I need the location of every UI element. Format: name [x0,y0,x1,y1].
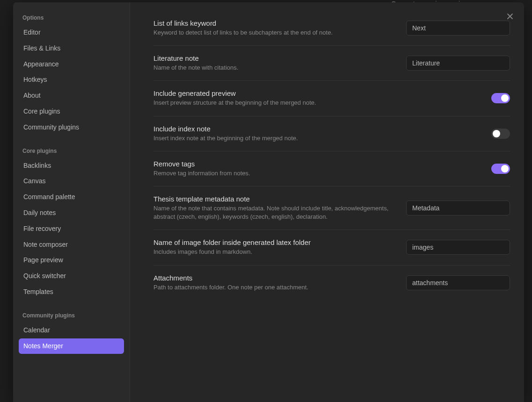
setting-title: Include generated preview [153,89,482,97]
sidebar-item-files-links[interactable]: Files & Links [19,41,124,57]
setting-title: Thesis template metadata note [153,195,397,203]
sidebar-item-calendar[interactable]: Calendar [19,323,124,338]
setting-desc: Includes images found in markdown. [153,248,397,256]
setting-desc: Name of the note with citations. [153,64,397,72]
setting-title: Attachments [153,274,397,282]
setting-attachments: Attachments Path to attachments folder. … [153,266,510,300]
setting-remove-tags: Remove tags Remove tag information from … [153,151,510,187]
include-generated-preview-toggle[interactable] [491,93,510,103]
sidebar-item-notes-merger[interactable]: Notes Merger [19,338,124,354]
sidebar-item-daily-notes[interactable]: Daily notes [19,205,124,221]
sidebar-item-about[interactable]: About [19,88,124,104]
setting-title: Literature note [153,54,397,62]
setting-image-folder-name: Name of image folder inside generated la… [153,230,510,265]
setting-title: Name of image folder inside generated la… [153,238,397,246]
setting-desc: Name of the note that contains metadata.… [153,204,397,221]
setting-literature-note: Literature note Name of the note with ci… [153,46,510,81]
sidebar-item-editor[interactable]: Editor [19,25,124,41]
attachments-input[interactable] [406,275,510,290]
setting-thesis-metadata-note: Thesis template metadata note Name of th… [153,187,510,230]
thesis-metadata-input[interactable] [406,201,510,215]
settings-content: List of links keyword Keyword to detect … [130,2,524,402]
close-button[interactable] [504,11,516,22]
include-index-note-toggle[interactable] [491,129,510,139]
settings-sidebar: Options Editor Files & Links Appearance … [13,2,130,402]
toggle-knob [493,130,500,137]
setting-title: List of links keyword [153,19,397,27]
sidebar-item-hotkeys[interactable]: Hotkeys [19,72,124,88]
sidebar-item-community-plugins[interactable]: Community plugins [19,120,124,136]
image-folder-input[interactable] [406,240,510,255]
sidebar-item-backlinks[interactable]: Backlinks [19,158,124,174]
setting-list-links-keyword: List of links keyword Keyword to detect … [153,11,510,46]
sidebar-item-appearance[interactable]: Appearance [19,57,124,72]
setting-title: Remove tags [153,160,482,168]
setting-desc: Path to attachments folder. One note per… [153,283,397,292]
list-links-keyword-input[interactable] [406,21,510,36]
sidebar-section-options: Options [19,11,124,25]
literature-note-input[interactable] [406,56,510,71]
sidebar-section-core-plugins: Core plugins [19,144,124,158]
setting-desc: Insert preview structure at the beginnin… [153,99,482,107]
toggle-knob [501,165,509,172]
sidebar-item-core-plugins[interactable]: Core plugins [19,104,124,120]
setting-include-generated-preview: Include generated preview Insert preview… [153,81,510,116]
sidebar-item-note-composer[interactable]: Note composer [19,237,124,253]
sidebar-item-page-preview[interactable]: Page preview [19,252,124,268]
setting-desc: Keyword to detect list of links to be su… [153,29,397,37]
sidebar-item-command-palette[interactable]: Command palette [19,189,124,205]
sidebar-item-file-recovery[interactable]: File recovery [19,221,124,237]
close-icon [506,13,514,20]
setting-desc: Insert index note at the beginning of th… [153,134,482,143]
settings-modal: Options Editor Files & Links Appearance … [13,2,524,402]
sidebar-item-canvas[interactable]: Canvas [19,173,124,189]
setting-title: Include index note [153,125,482,133]
setting-desc: Remove tag information from notes. [153,169,482,178]
sidebar-section-community-plugins: Community plugins [19,309,124,323]
toggle-knob [501,94,509,102]
sidebar-item-quick-switcher[interactable]: Quick switcher [19,268,124,284]
remove-tags-toggle[interactable] [491,164,510,174]
sidebar-item-templates[interactable]: Templates [19,284,124,300]
setting-include-index-note: Include index note Insert index note at … [153,116,510,151]
